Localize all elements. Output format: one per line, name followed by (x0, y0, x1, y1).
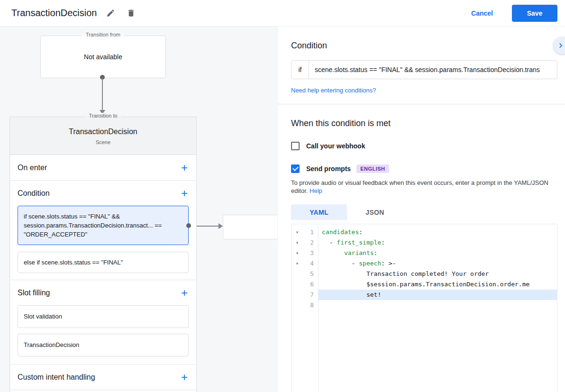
slot-card-transaction-decision[interactable]: TransactionDecision (18, 334, 189, 356)
yaml-text-token: - (322, 260, 359, 267)
section-slot-filling: Slot filling + Slot validation Transacti… (10, 280, 196, 365)
fold-toggle-icon[interactable]: ▾ (292, 227, 303, 237)
fold-toggle-icon[interactable]: ▾ (292, 258, 303, 269)
main-area: Transition from Not available Transition… (0, 27, 565, 392)
save-button[interactable]: Save (512, 5, 557, 22)
slot-card-validation[interactable]: Slot validation (18, 305, 189, 328)
transition-from-value: Not available (41, 36, 165, 78)
condition-expression-group: if (291, 60, 557, 79)
editor-line-6[interactable]: 6 $session.params.TransactionDecision.or… (292, 279, 557, 290)
add-icon[interactable]: + (180, 288, 189, 298)
section-condition: Condition + if scene.slots.status == "FI… (10, 181, 196, 280)
line-number: 1 (303, 227, 318, 237)
editor-line-8[interactable]: 8 (292, 300, 557, 310)
prompt-description-text: To provide audio or visual feedback when… (291, 179, 548, 194)
editor-line-3[interactable]: ▾3 variants: (292, 248, 557, 258)
editor-tabs: YAML JSON (291, 204, 557, 220)
code-line[interactable]: set! (318, 290, 557, 300)
yaml-text-token (322, 249, 344, 256)
condition-detail-panel: Condition if Need help entering conditio… (277, 27, 565, 392)
editor-line-7[interactable]: 7 set! (292, 290, 557, 300)
fold-gutter (292, 300, 303, 310)
condition-card-text: if scene.slots.status == "FINAL" && sess… (24, 213, 162, 238)
pencil-icon (106, 9, 115, 18)
send-prompts-checkbox[interactable] (291, 164, 300, 173)
page-title: TransactionDecision (11, 8, 97, 18)
editor-line-5[interactable]: 5 Transaction completed! Your order (292, 269, 557, 279)
yaml-text-token: : (381, 239, 385, 246)
tab-json[interactable]: JSON (347, 204, 403, 220)
section-condition-header[interactable]: Condition + (10, 181, 196, 206)
transition-from-label: Transition from (82, 32, 124, 37)
fold-toggle-icon[interactable]: ▾ (292, 237, 303, 248)
condition-card-selected[interactable]: if scene.slots.status == "FINAL" && sess… (18, 206, 189, 245)
help-link[interactable]: Help (310, 187, 322, 194)
yaml-text-token: : (359, 228, 363, 236)
next-scene-placeholder[interactable] (223, 215, 277, 239)
section-on-enter: On enter + (10, 155, 196, 181)
scene-editor-page: { "header": { "title": "TransactionDecis… (0, 0, 565, 392)
section-on-enter-header[interactable]: On enter + (10, 155, 196, 180)
yaml-key-token: speech (359, 260, 381, 267)
fold-toggle-icon[interactable]: ▾ (292, 248, 303, 258)
line-number: 7 (303, 290, 318, 300)
line-number: 2 (303, 237, 318, 248)
arrow-right-icon (219, 223, 223, 229)
line-number: 6 (303, 279, 318, 290)
section-label: Slot filling (18, 288, 50, 298)
code-line[interactable] (318, 300, 557, 310)
top-bar: TransactionDecision Cancel Save (0, 0, 565, 27)
cancel-button[interactable]: Cancel (468, 9, 496, 18)
section-label: Condition (18, 188, 50, 198)
yaml-text-token: - (322, 239, 337, 246)
scene-subtitle: Scene (10, 139, 196, 145)
code-line[interactable]: variants: (318, 248, 557, 258)
line-number: 5 (303, 269, 318, 279)
webhook-checkbox[interactable] (291, 142, 300, 150)
webhook-label: Call your webhook (306, 142, 365, 150)
code-line[interactable]: Transaction completed! Your order (318, 269, 557, 279)
connector-dot (186, 223, 191, 228)
fold-gutter (292, 269, 303, 279)
editor-line-4[interactable]: ▾4 - speech: >- (292, 258, 557, 269)
edit-title-button[interactable] (104, 7, 117, 19)
chevron-right-icon (556, 41, 565, 50)
send-prompts-checkbox-row[interactable]: Send prompts ENGLISH (291, 164, 557, 173)
code-line[interactable]: $session.params.TransactionDecision.orde… (318, 279, 557, 290)
condition-help-link[interactable]: Need help entering conditions? (291, 87, 376, 94)
language-badge: ENGLISH (356, 164, 389, 173)
section-custom-intent-header[interactable]: Custom intent handling + (10, 365, 196, 390)
panel-title: Condition (291, 41, 557, 51)
condition-card[interactable]: else if scene.slots.status == "FINAL" (18, 252, 189, 273)
connector-line (102, 78, 103, 110)
editor-line-2[interactable]: ▾2 - first_simple: (292, 237, 557, 248)
fold-gutter (292, 290, 303, 300)
section-label: On enter (18, 163, 47, 173)
scene-header: TransactionDecision Scene (10, 117, 196, 155)
yaml-key-token: variants (344, 249, 374, 256)
fold-gutter (292, 279, 303, 290)
yaml-text-token: $session.params.TransactionDecision.orde… (322, 281, 529, 288)
scene-canvas: Transition from Not available Transition… (0, 27, 277, 392)
section-slot-filling-header[interactable]: Slot filling + (10, 280, 196, 305)
yaml-editor[interactable]: ▾1candidates:▾2 - first_simple:▾3 varian… (291, 224, 557, 392)
trash-icon (127, 9, 136, 18)
add-icon[interactable]: + (180, 373, 189, 382)
yaml-key-token: candidates (322, 228, 359, 236)
editor-line-1[interactable]: ▾1candidates: (292, 227, 557, 237)
yaml-text-token: set! (322, 291, 381, 298)
code-line[interactable]: - speech: >- (318, 258, 557, 269)
add-icon[interactable]: + (180, 163, 189, 173)
section-custom-intent: Custom intent handling + (10, 365, 196, 390)
add-icon[interactable]: + (180, 189, 189, 198)
when-condition-title: When this condition is met (291, 119, 557, 128)
code-line[interactable]: candidates: (318, 227, 557, 237)
code-line[interactable]: - first_simple: (318, 237, 557, 248)
condition-expression-input[interactable] (309, 61, 557, 79)
delete-scene-button[interactable] (125, 7, 137, 19)
webhook-checkbox-row[interactable]: Call your webhook (291, 142, 557, 150)
section-label: Custom intent handling (18, 372, 95, 382)
collapse-panel-button[interactable] (554, 37, 565, 54)
tab-yaml[interactable]: YAML (291, 204, 347, 220)
prompt-description: To provide audio or visual feedback when… (291, 179, 556, 195)
